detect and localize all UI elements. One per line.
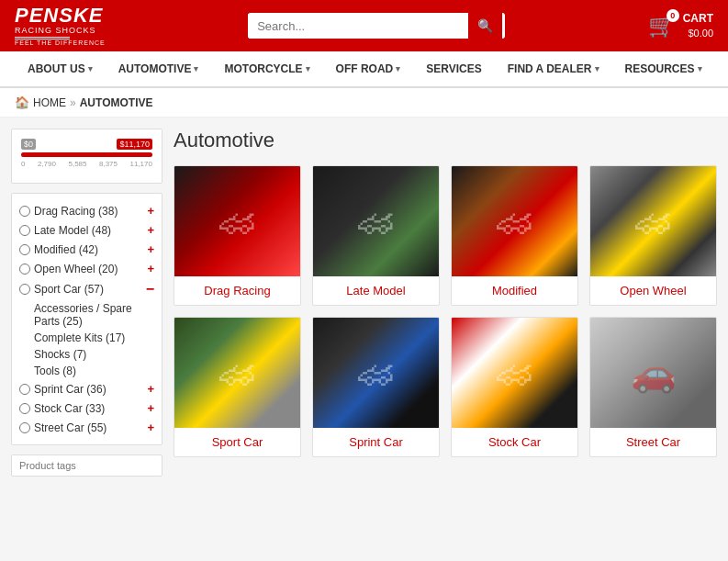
sub-shocks-label: Shocks (7) (34, 348, 86, 361)
car-image-drag-racing: 🏎 (219, 201, 256, 242)
cat-open-wheel-label: Open Wheel (20) (34, 263, 143, 275)
slider-track[interactable] (21, 152, 152, 157)
cart-amount: $0.00 (683, 27, 713, 39)
nav-services[interactable]: SERVICES (413, 51, 494, 86)
cat-sport-car-label: Sport Car (57) (34, 283, 142, 296)
cat-sprint-car[interactable]: Sprint Car (36) + (19, 379, 154, 398)
car-image-sport-car: 🏎 (219, 353, 256, 394)
main-layout: $0 $11,170 0 2,790 5,585 8,375 11,170 (0, 118, 728, 488)
product-card-street-car[interactable]: 🚗 Street Car (589, 317, 717, 457)
sub-accessories[interactable]: Accessories / Spare Parts (25) (34, 300, 154, 330)
breadcrumb-home[interactable]: HOME (33, 96, 66, 109)
sub-complete-kits[interactable]: Complete Kits (17) (34, 330, 154, 346)
sub-list-sport-car: Accessories / Spare Parts (25) Complete … (19, 300, 154, 379)
product-card-modified[interactable]: 🏎 Modified (451, 165, 578, 306)
logo-penske: PENSKE (15, 6, 106, 26)
cat-modified[interactable]: Modified (42) + (19, 240, 154, 259)
chevron-down-icon: ▾ (306, 64, 310, 73)
cat-street-car[interactable]: Street Car (55) + (19, 418, 154, 437)
cat-street-car-radio[interactable] (19, 422, 30, 433)
logo-tagline: FEEL THE DIFFERENCE (15, 39, 106, 46)
breadcrumb-separator: » (70, 96, 76, 109)
product-img-sprint-car: 🏎 (313, 318, 439, 428)
sub-tools-label: Tools (8) (34, 365, 76, 377)
product-card-sprint-car[interactable]: 🏎 Sprint Car (312, 317, 440, 457)
car-image-street-car: 🚗 (631, 352, 677, 395)
cat-late-model-expand[interactable]: + (147, 223, 154, 237)
cat-stock-car[interactable]: Stock Car (33) + (19, 398, 154, 418)
chevron-down-icon: ▾ (194, 64, 198, 73)
car-image-modified: 🏎 (497, 201, 533, 242)
price-labels: $0 $11,170 (21, 139, 152, 150)
cat-sprint-car-expand[interactable]: + (147, 382, 154, 396)
product-tags (11, 454, 162, 477)
product-card-drag-racing[interactable]: 🏎 Drag Racing (174, 165, 301, 306)
main-nav: ABOUT US ▾ AUTOMOTIVE ▾ MOTORCYCLE ▾ OFF… (0, 51, 728, 88)
nav-about-us[interactable]: ABOUT US ▾ (15, 51, 106, 86)
cat-open-wheel-expand[interactable]: + (147, 262, 154, 275)
cat-drag-racing[interactable]: Drag Racing (38) + (19, 201, 154, 220)
cat-modified-expand[interactable]: + (147, 242, 154, 256)
cat-drag-racing-radio[interactable] (19, 206, 30, 217)
nav-motorcycle[interactable]: MOTORCYCLE ▾ (211, 51, 322, 86)
slider-fill (21, 152, 152, 157)
nav-find-dealer[interactable]: FIND A DEALER ▾ (495, 51, 612, 86)
price-filter: $0 $11,170 0 2,790 5,585 8,375 11,170 (11, 129, 162, 184)
cat-sport-car[interactable]: Sport Car (57) − (19, 278, 154, 300)
product-name-modified: Modified (452, 276, 577, 305)
cat-sport-car-collapse[interactable]: − (146, 281, 154, 297)
cat-open-wheel[interactable]: Open Wheel (20) + (19, 259, 154, 278)
cat-street-car-label: Street Car (55) (34, 421, 143, 434)
breadcrumb: 🏠 HOME » AUTOMOTIVE (0, 88, 728, 118)
nav-resources[interactable]: RESOURCES ▾ (612, 51, 715, 86)
cat-late-model-radio[interactable] (19, 225, 30, 236)
sub-accessories-label: Accessories / Spare Parts (25) (34, 302, 154, 328)
cart-area: 🛒 0 CART $0.00 (648, 12, 713, 39)
product-name-street-car: Street Car (590, 428, 716, 456)
product-name-drag-racing: Drag Racing (174, 276, 300, 305)
car-image-late-model: 🏎 (358, 201, 395, 242)
cat-stock-car-expand[interactable]: + (147, 401, 154, 415)
product-card-late-model[interactable]: 🏎 Late Model (312, 165, 440, 306)
nav-automotive[interactable]: AUTOMOTIVE ▾ (106, 51, 212, 86)
product-card-sport-car[interactable]: 🏎 Sport Car (174, 317, 301, 457)
car-image-open-wheel: 🏎 (635, 201, 672, 242)
sidebar: $0 $11,170 0 2,790 5,585 8,375 11,170 (11, 129, 162, 477)
product-img-stock-car: 🏎 (452, 318, 577, 428)
product-name-sprint-car: Sprint Car (313, 428, 439, 456)
cat-drag-racing-expand[interactable]: + (147, 204, 154, 218)
chevron-down-icon: ▾ (88, 64, 93, 73)
cat-late-model[interactable]: Late Model (48) + (19, 220, 154, 240)
cat-drag-racing-label: Drag Racing (38) (34, 205, 143, 218)
product-card-stock-car[interactable]: 🏎 Stock Car (451, 317, 578, 457)
slider-numbers: 0 2,790 5,585 8,375 11,170 (21, 160, 152, 168)
chevron-down-icon: ▾ (396, 64, 400, 73)
cart-icon-wrap[interactable]: 🛒 0 (648, 13, 676, 39)
product-img-modified: 🏎 (452, 166, 577, 276)
price-bar: $0 $11,170 0 2,790 5,585 8,375 11,170 (21, 139, 152, 168)
cat-street-car-expand[interactable]: + (147, 421, 154, 434)
car-image-stock-car: 🏎 (497, 353, 533, 394)
cat-stock-car-label: Stock Car (33) (34, 402, 143, 415)
product-grid: 🏎 Drag Racing 🏎 Late Model 🏎 Modified 🏎 (174, 165, 717, 457)
cat-sprint-car-radio[interactable] (19, 384, 30, 395)
cat-sport-car-radio[interactable] (19, 284, 30, 295)
content-area: Automotive 🏎 Drag Racing 🏎 Late Model 🏎 … (174, 129, 717, 477)
search-input[interactable] (248, 14, 468, 39)
product-card-open-wheel[interactable]: 🏎 Open Wheel (589, 165, 717, 306)
sub-tools[interactable]: Tools (8) (34, 363, 154, 379)
sub-shocks[interactable]: Shocks (7) (34, 346, 154, 363)
cat-open-wheel-radio[interactable] (19, 264, 30, 275)
product-tags-input[interactable] (11, 454, 162, 477)
site-header: PENSKE RACING SHOCKS FEEL THE DIFFERENCE… (0, 0, 728, 51)
category-list: Drag Racing (38) + Late Model (48) + Mod… (11, 193, 162, 445)
sub-complete-kits-label: Complete Kits (17) (34, 331, 125, 344)
search-button[interactable]: 🔍 (468, 13, 502, 39)
search-bar: 🔍 (248, 13, 505, 39)
cat-stock-car-radio[interactable] (19, 403, 30, 414)
product-name-stock-car: Stock Car (452, 428, 577, 456)
cat-late-model-label: Late Model (48) (34, 224, 143, 237)
nav-off-road[interactable]: OFF ROAD ▾ (323, 51, 414, 86)
logo-racing: RACING SHOCKS (15, 26, 106, 36)
cat-modified-radio[interactable] (19, 244, 30, 255)
